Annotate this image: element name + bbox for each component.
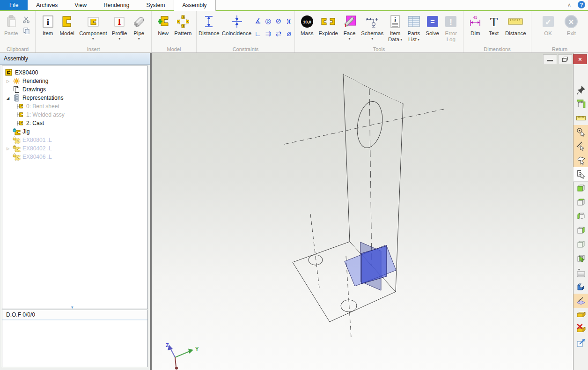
close-icon: × bbox=[578, 56, 582, 63]
face-button[interactable]: I Face ▾ bbox=[343, 12, 357, 41]
tree-item-ex80406[interactable]: EX80406 .L bbox=[2, 153, 147, 161]
tab-rendering[interactable]: Rendering bbox=[95, 0, 138, 10]
exit-button[interactable]: × Exit bbox=[564, 12, 578, 37]
expander-collapsed-icon[interactable]: ▷ bbox=[5, 79, 11, 83]
symmetry-constraint-button[interactable]: )( bbox=[284, 15, 294, 27]
view-front-button[interactable] bbox=[573, 181, 588, 195]
viewport-canvas[interactable]: Z Y bbox=[153, 53, 574, 370]
expander-collapsed-icon[interactable]: ▷ bbox=[5, 147, 11, 151]
tree-item-representations[interactable]: ◢ Representations bbox=[2, 94, 147, 102]
text-icon: T bbox=[487, 13, 501, 30]
view-right-button[interactable] bbox=[573, 223, 588, 237]
svg-text:45: 45 bbox=[473, 15, 478, 20]
drawer-delete-icon bbox=[576, 324, 586, 334]
face-dropdown-caret[interactable]: ▾ bbox=[349, 37, 351, 41]
tree-item-rep-welded-assy[interactable]: 1: Welded assy bbox=[2, 111, 147, 119]
view-left-button[interactable] bbox=[573, 209, 588, 223]
solve-button[interactable]: = Solve bbox=[426, 12, 440, 37]
return-group-label: Return bbox=[531, 46, 588, 52]
tree-item-jig[interactable]: Jig bbox=[2, 127, 147, 136]
dim-button[interactable]: 45 Dim bbox=[468, 12, 482, 37]
equal-spacing-constraint-button[interactable]: ⇉ bbox=[263, 27, 273, 40]
tree-item-ex80801[interactable]: EX80801 .L bbox=[2, 136, 147, 144]
show-sketch-button[interactable] bbox=[573, 294, 588, 308]
concentric-constraint-button[interactable]: ◎ bbox=[263, 15, 273, 27]
tree-item-rep-cast[interactable]: 2: Cast bbox=[2, 119, 147, 127]
item-button[interactable]: i Item bbox=[41, 12, 55, 37]
tab-file[interactable]: File bbox=[0, 0, 28, 10]
perpendicular-constraint-button[interactable]: ∟ bbox=[253, 27, 263, 40]
minimize-button[interactable] bbox=[543, 54, 557, 64]
new-button[interactable]: New bbox=[156, 12, 170, 37]
distance-constraint-button[interactable]: Distance bbox=[197, 12, 220, 37]
cut-button[interactable] bbox=[22, 15, 31, 24]
tree-item-drawings[interactable]: Drawings bbox=[2, 85, 147, 94]
expander-expanded-icon[interactable]: ◢ bbox=[5, 96, 11, 100]
pipe-button[interactable]: Pipe ▾ bbox=[132, 12, 146, 41]
parts-list-dropdown-caret[interactable]: ▾ bbox=[418, 38, 419, 42]
parts-list-button[interactable]: Parts List▾ bbox=[407, 12, 421, 43]
filter-select-faces-button[interactable] bbox=[573, 153, 588, 167]
part-bin-button[interactable] bbox=[573, 308, 588, 322]
select-circle-icon bbox=[576, 127, 586, 137]
reorient-view-button[interactable] bbox=[573, 97, 588, 111]
component-button[interactable]: Component ▾ bbox=[79, 12, 107, 41]
filter-select-components-button[interactable] bbox=[573, 167, 588, 181]
close-button[interactable]: × bbox=[573, 54, 587, 64]
filter-select-edges-button[interactable] bbox=[573, 139, 588, 153]
ribbon-group-constraints: Distance Coincidence ∡ ◎ ⊘ )( ∟ ⇉ ⇄ ⌀ Co… bbox=[197, 11, 295, 52]
tab-view[interactable]: View bbox=[66, 0, 95, 10]
help-icon[interactable]: ? bbox=[578, 1, 585, 8]
measure-button[interactable] bbox=[573, 111, 588, 125]
copy-button[interactable] bbox=[22, 27, 31, 35]
angle-constraint-button[interactable]: ∡ bbox=[253, 15, 263, 27]
coincidence-button[interactable]: Coincidence bbox=[221, 12, 253, 37]
tree-item-ex80400[interactable]: EX80400 bbox=[2, 68, 147, 77]
show-solid-button[interactable] bbox=[573, 280, 588, 294]
pattern-button[interactable]: Pattern bbox=[174, 12, 191, 37]
ribbon-collapse-icon[interactable]: ∧ bbox=[566, 2, 573, 8]
pipe-dropdown-caret[interactable]: ▾ bbox=[138, 37, 140, 41]
display-list-button[interactable] bbox=[573, 266, 588, 280]
svg-text:I: I bbox=[118, 17, 121, 27]
distance-measure-button[interactable]: Distance bbox=[505, 12, 526, 37]
mass-button[interactable]: 10,0 Mass bbox=[300, 12, 314, 37]
tree-item-rendering[interactable]: ▷ Rendering bbox=[2, 77, 147, 85]
error-log-button[interactable]: ! Error Log bbox=[444, 12, 458, 43]
restore-button[interactable] bbox=[558, 54, 572, 64]
item-data-button[interactable]: i Item Data▾ bbox=[388, 12, 402, 43]
view-top-button[interactable] bbox=[573, 195, 588, 209]
schemas-dropdown-caret[interactable]: ▾ bbox=[371, 37, 373, 41]
3d-viewport[interactable]: Z Y bbox=[151, 53, 573, 370]
paste-button[interactable]: Paste bbox=[4, 12, 18, 37]
filter-select-circles-button[interactable] bbox=[573, 125, 588, 139]
origin-planes[interactable] bbox=[345, 242, 396, 290]
delete-part-bin-button[interactable] bbox=[573, 322, 588, 336]
profile-button[interactable]: I Profile ▾ bbox=[112, 12, 127, 41]
item-data-dropdown-caret[interactable]: ▾ bbox=[400, 38, 402, 42]
tabbar-right-controls: ∧ ? bbox=[566, 1, 585, 8]
pin-document-button[interactable] bbox=[573, 83, 588, 97]
tab-archives[interactable]: Archives bbox=[28, 0, 66, 10]
tree-item-rep-bent-sheet[interactable]: 0: Bent sheet bbox=[2, 102, 147, 111]
reverse-constraint-button[interactable]: ⇄ bbox=[273, 27, 284, 40]
text-button[interactable]: T Text bbox=[487, 12, 501, 37]
error-log-label-line2: Log bbox=[447, 37, 456, 43]
view-isometric-button[interactable] bbox=[573, 237, 588, 252]
select-visible-button[interactable] bbox=[573, 252, 588, 266]
tangent-constraint-button[interactable]: ⊘ bbox=[273, 15, 284, 27]
tree-item-ex80402[interactable]: ▷ EX80402 .L bbox=[2, 144, 147, 153]
error-log-icon: ! bbox=[444, 13, 458, 30]
schemas-button[interactable]: Schemas ▾ bbox=[361, 12, 383, 41]
panel-splitter-handle[interactable]: ▾ bbox=[71, 305, 74, 310]
smooth-constraint-button[interactable]: ⌀ bbox=[284, 27, 294, 40]
panel-title: Assembly bbox=[0, 53, 150, 65]
component-dropdown-caret[interactable]: ▾ bbox=[92, 37, 94, 41]
explode-button[interactable]: Explode bbox=[318, 12, 338, 37]
profile-dropdown-caret[interactable]: ▾ bbox=[118, 37, 120, 41]
ok-button[interactable]: ✓ OK bbox=[541, 12, 555, 37]
model-button[interactable]: Model bbox=[60, 12, 74, 37]
tab-assembly[interactable]: Assembly bbox=[174, 0, 216, 11]
tab-system[interactable]: System bbox=[138, 0, 174, 10]
export-view-button[interactable] bbox=[573, 336, 588, 350]
